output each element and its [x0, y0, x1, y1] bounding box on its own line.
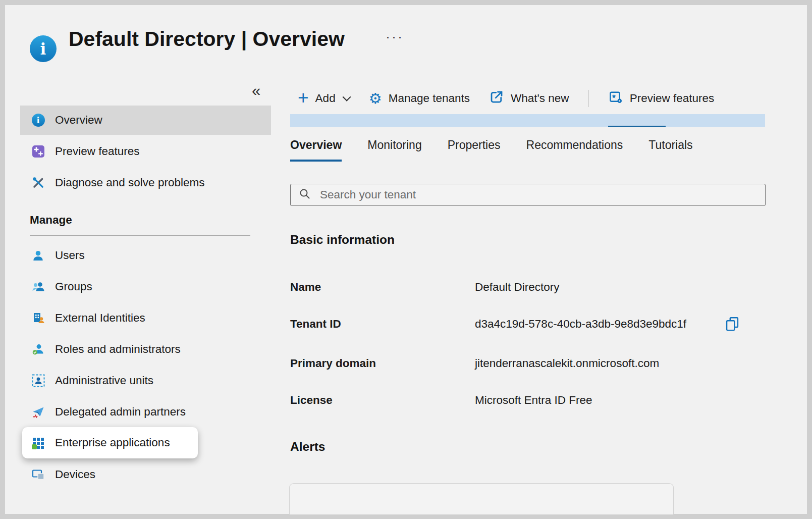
- info-value: Microsoft Entra ID Free: [475, 394, 592, 407]
- info-label: License: [290, 394, 475, 407]
- info-row-license: License Microsoft Entra ID Free: [290, 394, 592, 407]
- enterprise-applications-icon: [31, 436, 45, 450]
- sidebar-item-external-identities[interactable]: External Identities: [20, 303, 271, 333]
- sidebar-item-administrative-units[interactable]: Administrative units: [20, 366, 271, 395]
- sidebar-item-label: Administrative units: [55, 374, 153, 387]
- sidebar-item-label: Groups: [55, 280, 92, 293]
- info-row-name: Name Default Directory: [290, 281, 560, 294]
- sidebar-item-groups[interactable]: Groups: [20, 272, 271, 301]
- sidebar-item-label: Diagnose and solve problems: [55, 176, 204, 189]
- tab-monitoring[interactable]: Monitoring: [367, 135, 421, 162]
- sidebar-item-preview-features[interactable]: Preview features: [20, 137, 271, 166]
- sidebar-item-label: Overview: [55, 114, 102, 127]
- sidebar-item-label: Delegated admin partners: [55, 405, 186, 419]
- page-title: Default Directory | Overview: [69, 27, 345, 51]
- search-input[interactable]: [319, 188, 757, 202]
- external-identities-icon: [31, 312, 45, 325]
- tab-properties[interactable]: Properties: [448, 135, 501, 162]
- open-in-new-icon: [489, 89, 504, 108]
- info-value: Default Directory: [475, 281, 560, 294]
- preview-features-icon: [608, 89, 623, 108]
- info-letter: i: [36, 116, 39, 125]
- more-options-icon[interactable]: ···: [386, 29, 404, 45]
- add-button[interactable]: + Add: [298, 90, 350, 107]
- diagnose-tools-icon: [31, 176, 45, 190]
- whats-new-button[interactable]: What's new: [489, 89, 569, 108]
- tab-recommendations[interactable]: Recommendations: [526, 135, 623, 162]
- tenant-search-box[interactable]: [290, 184, 766, 206]
- basic-information-heading: Basic information: [290, 233, 395, 247]
- add-label: Add: [315, 92, 336, 105]
- overview-tabs: Overview Monitoring Properties Recommend…: [290, 135, 693, 162]
- gear-icon: ⚙︎: [369, 91, 382, 106]
- sidebar-item-label: Enterprise applications: [55, 436, 170, 449]
- preview-features-icon: [31, 145, 45, 159]
- manage-tenants-button[interactable]: ⚙︎ Manage tenants: [369, 91, 470, 106]
- tab-tutorials[interactable]: Tutorials: [648, 135, 692, 162]
- banner-link-underline: [608, 126, 666, 127]
- sidebar-item-label: Devices: [55, 468, 95, 481]
- sidebar-item-overview[interactable]: i Overview: [20, 106, 271, 135]
- entra-overview-screen: i Default Directory | Overview ··· « i O…: [0, 0, 812, 519]
- roles-administrators-icon: [31, 343, 45, 356]
- info-label: Tenant ID: [290, 318, 475, 331]
- command-bar: + Add ⚙︎ Manage tenants What's new Previ…: [298, 86, 767, 111]
- delegated-admin-partners-icon: [31, 405, 45, 419]
- sidebar-collapse-icon[interactable]: «: [252, 82, 260, 100]
- plus-icon: +: [298, 88, 309, 107]
- alerts-card: [289, 483, 674, 514]
- sidebar-item-users[interactable]: Users: [20, 241, 271, 270]
- preview-features-label: Preview features: [630, 92, 715, 105]
- copy-icon[interactable]: [724, 316, 741, 333]
- info-label: Primary domain: [290, 357, 475, 370]
- devices-icon: [31, 468, 45, 482]
- info-value: jitenderranascalekit.onmicrosoft.com: [475, 357, 659, 370]
- sidebar-item-label: External Identities: [55, 312, 145, 325]
- sidebar-item-label: Roles and administrators: [55, 343, 181, 356]
- sidebar-item-roles[interactable]: Roles and administrators: [20, 335, 271, 364]
- sidebar-item-diagnose[interactable]: Diagnose and solve problems: [20, 168, 271, 197]
- sidebar-item-label: Users: [55, 249, 85, 262]
- search-icon: [299, 188, 311, 202]
- sidebar-item-delegated-admin-partners[interactable]: Delegated admin partners: [20, 397, 271, 427]
- info-value: d3a4c19d-578c-40cb-a3db-9e8d3e9bdc1f: [475, 318, 686, 331]
- info-row-tenant-id: Tenant ID d3a4c19d-578c-40cb-a3db-9e8d3e…: [290, 318, 686, 331]
- directory-info-icon: i: [30, 35, 57, 62]
- info-row-primary-domain: Primary domain jitenderranascalekit.onmi…: [290, 357, 659, 370]
- administrative-units-icon: [31, 374, 45, 388]
- sidebar-item-label: Preview features: [55, 145, 140, 158]
- preview-features-button[interactable]: Preview features: [608, 89, 715, 108]
- sidebar-divider: [30, 235, 250, 236]
- manage-tenants-label: Manage tenants: [389, 92, 470, 105]
- info-label: Name: [290, 281, 475, 294]
- toolbar-divider: [588, 90, 589, 107]
- alerts-heading: Alerts: [290, 440, 325, 454]
- sidebar-item-enterprise-applications[interactable]: Enterprise applications: [22, 427, 198, 458]
- whats-new-label: What's new: [511, 92, 569, 105]
- tab-overview[interactable]: Overview: [290, 135, 342, 162]
- sidebar-item-devices[interactable]: Devices: [20, 460, 271, 489]
- info-icon: i: [31, 114, 45, 127]
- info-letter: i: [40, 40, 46, 58]
- groups-icon: [31, 280, 45, 294]
- notification-banner: [290, 114, 765, 127]
- chevron-down-icon: [342, 93, 351, 101]
- user-icon: [31, 249, 45, 263]
- sidebar-section-manage: Manage: [30, 214, 72, 227]
